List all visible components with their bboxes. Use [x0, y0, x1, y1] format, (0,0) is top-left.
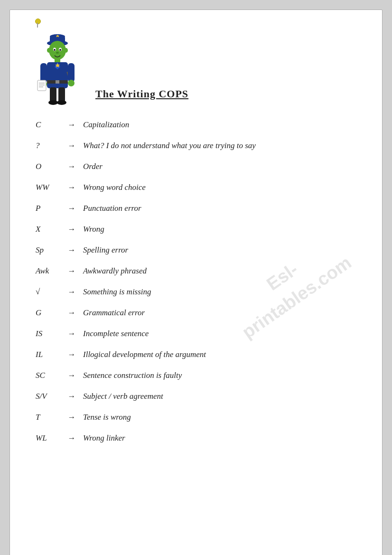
description-cell: Subject / verb agreement [81, 386, 358, 407]
svg-point-11 [64, 48, 68, 53]
svg-rect-12 [55, 59, 60, 63]
code-cell: WW [34, 177, 62, 198]
description-cell: Grammatical error [81, 302, 358, 323]
description-cell: Incomplete sentence [81, 323, 358, 344]
description-cell: Wrong word choice [81, 177, 358, 198]
table-row: WW→Wrong word choice [34, 177, 358, 198]
arrow-cell: → [62, 323, 81, 344]
arrow-cell: → [62, 114, 81, 135]
svg-point-9 [56, 52, 59, 54]
arrow-cell: → [62, 407, 81, 428]
svg-point-28 [48, 100, 58, 105]
table-row: SC→Sentence construction is faulty [34, 365, 358, 386]
description-cell: Capitalization [81, 114, 358, 135]
arrow-cell: → [62, 386, 81, 407]
table-row: X→Wrong [34, 219, 358, 240]
code-cell: S/V [34, 386, 62, 407]
svg-point-25 [68, 80, 75, 86]
code-cell: Awk [34, 261, 62, 282]
code-cell: P [34, 198, 62, 219]
code-cell: C [34, 114, 62, 135]
arrow-cell: → [62, 156, 81, 177]
title-area: The Writing COPS [95, 88, 188, 105]
code-cell: G [34, 302, 62, 323]
page-title: The Writing COPS [95, 88, 188, 100]
table-row: √→Something is missing [34, 282, 358, 302]
description-cell: Something is missing [81, 282, 358, 302]
svg-rect-16 [56, 80, 59, 84]
svg-point-29 [57, 100, 66, 105]
worksheet-page: Esl-printables.com [9, 9, 383, 555]
arrow-cell: → [62, 177, 81, 198]
cops-table: C→Capitalization?→What? I do not underst… [34, 114, 358, 449]
code-cell: IS [34, 323, 62, 344]
svg-rect-19 [37, 80, 46, 91]
arrow-cell: → [62, 344, 81, 365]
arrow-cell: → [62, 282, 81, 302]
table-row: Sp→Spelling error [34, 240, 358, 261]
table-row: P→Punctuation error [34, 198, 358, 219]
table-row: O→Order [34, 156, 358, 177]
description-cell: Sentence construction is faulty [81, 365, 358, 386]
table-row: IS→Incomplete sentence [34, 323, 358, 344]
description-cell: Wrong linker [81, 428, 358, 449]
code-cell: X [34, 219, 62, 240]
table-row: S/V→Subject / verb agreement [34, 386, 358, 407]
description-cell: Order [81, 156, 358, 177]
table-row: Awk→Awkwardly phrased [34, 261, 358, 282]
description-cell: Awkwardly phrased [81, 261, 358, 282]
header-area: The Writing COPS [34, 29, 358, 105]
description-cell: What? I do not understand what you are t… [81, 135, 358, 156]
arrow-cell: → [62, 240, 81, 261]
description-cell: Spelling error [81, 240, 358, 261]
code-cell: SC [34, 365, 62, 386]
arrow-cell: → [62, 135, 81, 156]
code-cell: ? [34, 135, 62, 156]
code-cell: Sp [34, 240, 62, 261]
table-row: WL→Wrong linker [34, 428, 358, 449]
svg-point-8 [59, 49, 61, 51]
table-row: T→Tense is wrong [34, 407, 358, 428]
svg-rect-24 [68, 63, 75, 82]
code-cell: √ [34, 282, 62, 302]
code-cell: IL [34, 344, 62, 365]
pin-icon [34, 19, 41, 28]
arrow-cell: → [62, 261, 81, 282]
svg-point-10 [47, 48, 51, 53]
table-row: G→Grammatical error [34, 302, 358, 323]
description-cell: Wrong [81, 219, 358, 240]
arrow-cell: → [62, 302, 81, 323]
description-cell: Illogical development of the argument [81, 344, 358, 365]
code-cell: O [34, 156, 62, 177]
police-officer-icon [34, 29, 81, 105]
arrow-cell: → [62, 365, 81, 386]
arrow-cell: → [62, 428, 81, 449]
description-cell: Punctuation error [81, 198, 358, 219]
description-cell: Tense is wrong [81, 407, 358, 428]
arrow-cell: → [62, 219, 81, 240]
table-row: ?→What? I do not understand what you are… [34, 135, 358, 156]
arrow-cell: → [62, 198, 81, 219]
table-row: IL→Illogical development of the argument [34, 344, 358, 365]
table-row: C→Capitalization [34, 114, 358, 135]
code-cell: T [34, 407, 62, 428]
code-cell: WL [34, 428, 62, 449]
svg-point-7 [54, 49, 56, 51]
